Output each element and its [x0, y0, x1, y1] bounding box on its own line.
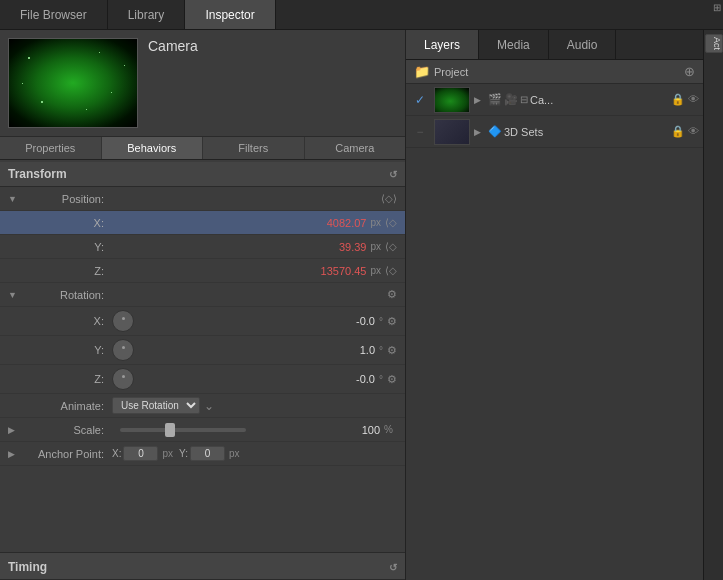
layer-lock-icon-2[interactable]: 🔒: [671, 125, 685, 138]
rotation-z-unit: °: [375, 374, 387, 385]
rotation-y-dial[interactable]: [112, 339, 134, 361]
timing-reset-icon[interactable]: ↺: [389, 562, 397, 573]
transform-reset-icon[interactable]: ↺: [389, 169, 397, 180]
list-item: − ▶ 🔷 3D Sets 🔒 👁: [406, 116, 703, 148]
properties-section: Transform ↺ ▼ Position: ⟨◇⟩ X: 4082.07 p…: [0, 160, 405, 552]
rotation-z-row: Z: -0.0 ° ⚙: [0, 365, 405, 394]
anchor-collapse[interactable]: ▶: [8, 449, 22, 459]
list-item: ✓ ▶ 🎬 🎥 ⊟ Ca... 🔒 👁: [406, 84, 703, 116]
layer-visibility-2[interactable]: −: [410, 125, 430, 139]
scale-value[interactable]: 100: [254, 424, 380, 436]
layer-name-2[interactable]: 3D Sets: [504, 126, 671, 138]
tab-properties[interactable]: Properties: [0, 137, 102, 159]
position-y-unit: px: [366, 241, 385, 252]
position-z-value[interactable]: 13570.45: [112, 265, 366, 277]
scale-slider[interactable]: [120, 428, 246, 432]
tab-media[interactable]: Media: [479, 30, 549, 59]
right-strip: Act: [703, 30, 723, 580]
animate-label: Animate:: [22, 400, 112, 412]
layers-add-icon[interactable]: ⊕: [684, 64, 695, 79]
right-tab-bar: Layers Media Audio: [406, 30, 703, 60]
rotation-z-gear[interactable]: ⚙: [387, 373, 397, 386]
rotation-y-unit: °: [375, 345, 387, 356]
scale-thumb[interactable]: [165, 423, 175, 437]
animate-row: Animate: Use Rotation ⌄: [0, 394, 405, 418]
position-x-label: X:: [22, 217, 112, 229]
scale-label: Scale:: [22, 424, 112, 436]
anchor-x-input[interactable]: [123, 446, 158, 461]
rotation-collapse[interactable]: ▼: [8, 290, 22, 300]
folder-icon: 📁: [414, 64, 430, 79]
position-label: Position:: [22, 193, 112, 205]
layer-thumbnail-1: [434, 87, 470, 113]
position-y-label: Y:: [22, 241, 112, 253]
rotation-x-gear[interactable]: ⚙: [387, 315, 397, 328]
layer-expand-2[interactable]: ▶: [474, 127, 488, 137]
act-button[interactable]: Act: [705, 34, 723, 53]
rotation-x-value[interactable]: -0.0: [142, 315, 375, 327]
rotation-y-gear[interactable]: ⚙: [387, 344, 397, 357]
timing-section: Timing ↺: [0, 552, 405, 580]
rotation-z-dial[interactable]: [112, 368, 134, 390]
scale-unit: %: [380, 424, 397, 435]
right-panel: Layers Media Audio 📁 Project ⊕: [406, 30, 703, 580]
rotation-z-value[interactable]: -0.0: [142, 373, 375, 385]
tab-camera[interactable]: Camera: [305, 137, 406, 159]
tab-behaviors[interactable]: Behaviors: [102, 137, 204, 159]
tab-audio[interactable]: Audio: [549, 30, 617, 59]
top-tab-bar: File Browser Library Inspector: [0, 0, 723, 30]
timing-label: Timing: [8, 560, 47, 574]
camera-icon: 🎥: [504, 93, 518, 106]
anchor-x-unit: px: [158, 448, 177, 459]
position-row: ▼ Position: ⟨◇⟩: [0, 187, 405, 211]
preview-thumbnail: [8, 38, 138, 128]
anchor-y-input[interactable]: [190, 446, 225, 461]
position-z-unit: px: [366, 265, 385, 276]
layer-visibility-1[interactable]: ✓: [410, 93, 430, 107]
rotation-y-label: Y:: [22, 344, 112, 356]
animate-arrow-icon: ⌄: [204, 399, 214, 413]
layers-header: 📁 Project ⊕: [406, 60, 703, 84]
rotation-x-unit: °: [375, 316, 387, 327]
layer-name-1[interactable]: Ca...: [530, 94, 671, 106]
layer-thumbnail-2: [434, 119, 470, 145]
position-z-arrows[interactable]: ⟨◇: [385, 265, 397, 276]
position-x-value[interactable]: 4082.07: [112, 217, 366, 229]
animate-select[interactable]: Use Rotation: [112, 397, 200, 414]
position-y-arrows[interactable]: ⟨◇: [385, 241, 397, 252]
layer-visible-icon-1[interactable]: 👁: [688, 93, 699, 106]
layer-expand-1[interactable]: ▶: [474, 95, 488, 105]
left-panel: Camera ⊞ Properties Behaviors Filters Ca…: [0, 30, 406, 580]
anchor-x-label: X:: [112, 448, 121, 459]
position-collapse[interactable]: ▼: [8, 194, 22, 204]
layer-actions-2: 🔒 👁: [671, 125, 699, 138]
tab-layers[interactable]: Layers: [406, 30, 479, 59]
position-arrows[interactable]: ⟨◇⟩: [381, 193, 397, 204]
position-x-arrows[interactable]: ⟨◇: [385, 217, 397, 228]
position-x-row: X: 4082.07 px ⟨◇: [0, 211, 405, 235]
rotation-x-dial[interactable]: [112, 310, 134, 332]
layer-lock-icon-1[interactable]: 🔒: [671, 93, 685, 106]
scale-collapse[interactable]: ▶: [8, 425, 22, 435]
rotation-y-row: Y: 1.0 ° ⚙: [0, 336, 405, 365]
rotation-gear-icon[interactable]: ⚙: [387, 288, 397, 301]
rotation-y-value[interactable]: 1.0: [142, 344, 375, 356]
tab-inspector[interactable]: Inspector: [185, 0, 275, 29]
preview-area: Camera ⊞: [0, 30, 405, 137]
position-y-value[interactable]: 39.39: [112, 241, 366, 253]
tab-library[interactable]: Library: [108, 0, 186, 29]
rotation-label: Rotation:: [22, 289, 112, 301]
anchor-label: Anchor Point:: [22, 448, 112, 460]
tab-file-browser[interactable]: File Browser: [0, 0, 108, 29]
layer-actions-1: 🔒 👁: [671, 93, 699, 106]
3d-icon: 🔷: [488, 125, 502, 138]
scale-row: ▶ Scale: 100 %: [0, 418, 405, 442]
main-layout: Camera ⊞ Properties Behaviors Filters Ca…: [0, 30, 723, 580]
anchor-y-label: Y:: [179, 448, 188, 459]
film-icon: 🎬: [488, 93, 502, 106]
rotation-z-label: Z:: [22, 373, 112, 385]
layers-panel: 📁 Project ⊕ ✓ ▶ 🎬 🎥 ⊟ Ca... 🔒 �: [406, 60, 703, 580]
position-y-row: Y: 39.39 px ⟨◇: [0, 235, 405, 259]
layer-visible-icon-2[interactable]: 👁: [688, 125, 699, 138]
tab-filters[interactable]: Filters: [203, 137, 305, 159]
